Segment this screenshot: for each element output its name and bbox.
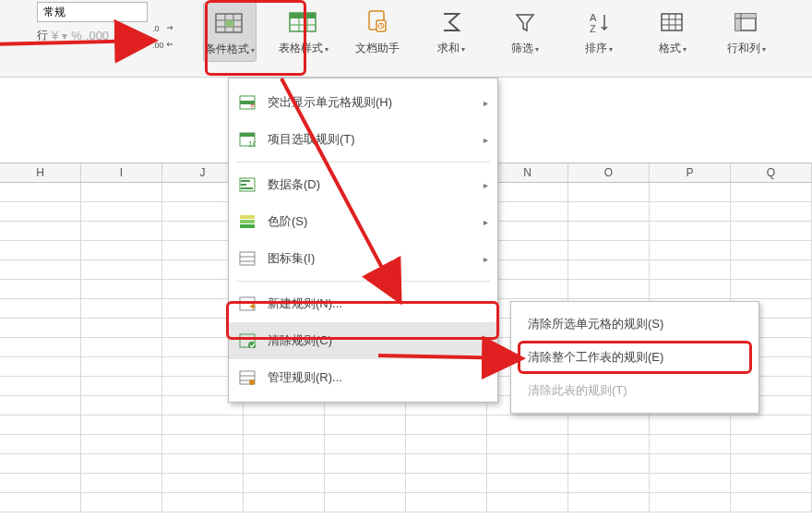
decrease-decimal-button[interactable]: .00 [150,37,176,52]
menu-managerules[interactable]: 管理规则(R)... [229,359,497,396]
cell[interactable] [244,435,325,453]
cell[interactable] [568,454,650,473]
cell[interactable] [568,222,650,240]
cell[interactable] [487,222,568,240]
cell[interactable] [650,416,731,434]
cell[interactable] [81,493,162,512]
menu-newrule[interactable]: ✦ 新建规则(N)... [229,285,497,322]
cell[interactable] [568,280,650,298]
cell[interactable] [0,493,81,512]
cell[interactable] [650,183,731,201]
cell[interactable] [487,241,568,259]
cell[interactable] [650,454,731,473]
cell[interactable] [0,338,81,356]
cell[interactable] [0,454,81,473]
cell[interactable] [81,241,162,259]
cell[interactable] [244,493,325,512]
cell[interactable] [325,435,406,453]
cell[interactable] [81,474,162,492]
cell[interactable] [81,299,162,318]
cell[interactable] [731,435,812,453]
cell[interactable] [0,474,81,492]
cell[interactable] [244,416,325,434]
filter-button[interactable]: 筛选▾ [498,2,552,60]
increase-decimal-button[interactable]: .0 [150,20,176,35]
cell[interactable] [650,260,731,279]
number-format-dropdown[interactable]: 常规 [37,2,148,22]
col-header[interactable]: H [0,163,81,182]
cell[interactable] [406,493,487,512]
cell[interactable] [0,222,81,240]
cell[interactable] [81,280,162,298]
cell[interactable] [650,280,731,298]
cell[interactable] [568,474,650,492]
cell[interactable] [487,435,568,453]
cell[interactable] [406,454,487,473]
cell[interactable] [731,222,812,240]
cell[interactable] [487,474,568,492]
cell[interactable] [731,280,812,298]
cell[interactable] [731,493,812,512]
cell[interactable] [0,435,81,453]
cell[interactable] [0,280,81,298]
cell[interactable] [406,435,487,453]
cell[interactable] [650,493,731,512]
doc-helper-button[interactable]: 文档助手 [351,2,404,60]
table-row[interactable] [0,493,812,512]
cell[interactable] [487,183,568,201]
menu-clearrules[interactable]: 清除规则(C) ▸ [229,322,497,359]
sort-button[interactable]: AZ 排序▾ [572,2,626,60]
cell[interactable] [487,454,568,473]
cell[interactable] [568,260,650,279]
cell[interactable] [487,260,568,279]
cell[interactable] [731,202,812,221]
cell[interactable] [81,377,162,395]
cell[interactable] [568,493,650,512]
cell[interactable] [0,377,81,395]
submenu-clear-sheet[interactable]: 清除整个工作表的规则(E) [511,341,758,374]
cell[interactable] [650,474,731,492]
cell[interactable] [81,183,162,201]
cell[interactable] [731,474,812,492]
conditional-format-button[interactable]: 条件格式▾ [203,2,257,62]
col-header[interactable]: Q [731,163,812,182]
cell[interactable] [568,202,650,221]
cell[interactable] [568,241,650,259]
cell[interactable] [0,319,81,337]
cell[interactable] [731,241,812,259]
cell[interactable] [568,183,650,201]
cell[interactable] [244,474,325,492]
cell[interactable] [406,474,487,492]
col-header[interactable]: I [81,163,162,182]
cell[interactable] [650,202,731,221]
percent-icon[interactable]: % [71,29,82,42]
cell[interactable] [81,202,162,221]
table-row[interactable] [0,416,812,435]
col-header[interactable]: N [487,163,568,182]
cell[interactable] [81,416,162,434]
cell[interactable] [81,260,162,279]
cell[interactable] [0,396,81,415]
cell[interactable] [650,435,731,453]
cell[interactable] [487,202,568,221]
cell[interactable] [325,454,406,473]
cell[interactable] [162,435,244,453]
cell[interactable] [0,260,81,279]
cell[interactable] [731,260,812,279]
cell[interactable] [81,222,162,240]
table-row[interactable] [0,435,812,454]
cell[interactable] [81,396,162,415]
cell[interactable] [81,338,162,356]
cell[interactable] [731,454,812,473]
cell[interactable] [0,183,81,201]
cell[interactable] [81,435,162,453]
menu-databars[interactable]: 数据条(D) ▸ [229,166,497,203]
rowcol-button[interactable]: 行和列▾ [720,2,773,60]
cell[interactable] [406,416,487,434]
col-header[interactable]: O [568,163,650,182]
cell[interactable] [568,416,650,434]
cell[interactable] [731,183,812,201]
cell[interactable] [0,416,81,434]
col-header[interactable]: P [650,163,731,182]
cell[interactable] [650,222,731,240]
